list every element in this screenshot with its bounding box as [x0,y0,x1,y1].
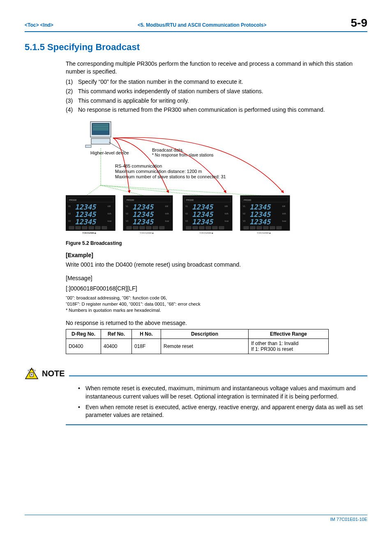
item-number: (2) [66,88,78,95]
td-desc: Remote reset [161,339,249,354]
th-ref: Ref No. [101,329,132,339]
note-bullet: • When remote reset is executed, maximum… [78,385,367,401]
figure-label-no-response: * No response from slave stations [152,153,214,157]
bullet-icon: • [78,385,85,401]
item-text: This command is applicable for writing o… [78,97,189,105]
note-text: Even when remote reset is executed, acti… [85,403,367,419]
message-note: “018F”: D register number 400, “0001”: d… [66,301,367,307]
item-text: No response is returned from the PR300 w… [78,106,325,114]
td-dreg: D0400 [66,339,101,354]
header-left-links[interactable]: <Toc> <Ind> [25,22,53,28]
table-row: D0400 40400 018F Remote reset If other t… [66,339,329,354]
section-heading: 5.1.5 Specifying Broadcast [25,42,367,53]
example-heading: [Example] [66,252,367,258]
item-number: (1) [66,78,78,86]
svg-rect-6 [91,138,110,144]
numbered-item: (1) Specify “00” for the station number … [66,78,367,86]
table-header-row: D-Reg No. Ref No. H No. Description Effe… [66,329,329,339]
note-block: NOTE • When remote reset is executed, ma… [25,367,367,425]
message-note: “00”: broadcast addressing, “06”: functi… [66,295,367,301]
header-chapter: <5. Modbus/RTU and ASCII Communication P… [138,22,267,28]
section-intro: The corresponding multiple PR300s perfor… [66,60,367,76]
bullet-icon: • [78,403,85,419]
register-table: D-Reg No. Ref No. H No. Description Effe… [66,329,329,354]
item-number: (3) [66,97,78,105]
item-number: (4) [66,106,78,114]
item-text: Specify “00” for the station number in t… [78,78,243,86]
td-ref: 40400 [101,339,132,354]
td-range: If other than 1: Invalid If 1: PR300 is … [249,339,329,354]
note-title: NOTE [42,369,65,378]
svg-rect-7 [85,145,91,147]
note-text: When remote reset is executed, maximum, … [85,385,367,401]
item-text: This command works independently of stat… [78,88,263,95]
note-bullet: • Even when remote reset is executed, ac… [78,403,367,419]
th-range: Effective Range [249,329,329,339]
figure-label-broadcast-data: Broadcast data. [152,147,184,152]
th-desc: Description [161,329,249,339]
numbered-item: (4) No response is returned from the PR3… [66,106,367,114]
no-response-text: No response is returned to the above mes… [66,319,367,327]
numbered-item: (2) This command works independently of … [66,88,367,95]
range-line: If other than 1: Invalid [251,341,326,346]
figure-label-higher-level: Higher-level device [90,150,129,155]
th-hno: H No. [132,329,161,339]
message-label: [Message] [66,274,367,282]
message-note: * Numbers in quotation marks are hexadec… [66,307,367,313]
page-number: 5-9 [351,16,367,30]
td-hno: 018F [132,339,161,354]
th-dreg: D-Reg No. [66,329,101,339]
range-line: If 1: PR300 is reset [251,346,326,352]
figure-label-stations: Maximum number of slave stations to be c… [115,174,226,179]
caution-icon [25,367,39,380]
computer-icon [85,122,111,147]
page-header: <Toc> <Ind> <5. Modbus/RTU and ASCII Com… [25,16,367,32]
numbered-item: (3) This command is applicable for writi… [66,97,367,105]
example-sentence: Write 0001 into the D0400 (remote reset)… [66,261,367,269]
figure-label-distance: Maximum communication distance: 1200 m [115,169,202,174]
figure-broadcasting: Higher-level device Broadcast data. * No… [66,120,367,239]
figure-label-rs485: RS-485 communication [115,164,162,168]
figure-caption: Figure 5.2 Broadcasting [66,240,367,246]
footer-doc-id: IM 77C01E01-10E [25,515,367,522]
message-string: [:]0006018F000168[CR][LF] [66,285,367,292]
